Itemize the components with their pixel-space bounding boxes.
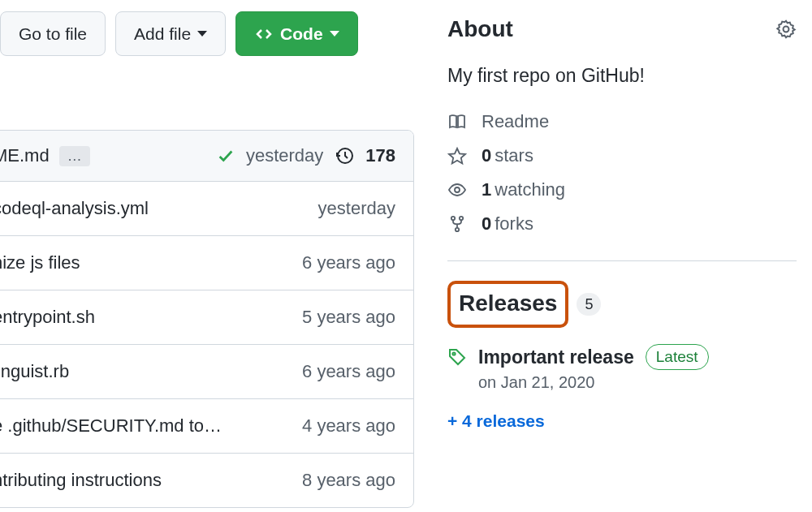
table-row[interactable]: nize js files 6 years ago [0,235,413,290]
file-time: 6 years ago [302,361,395,382]
files-header: ME.md … yesterday 178 [0,131,413,182]
repo-sidebar: About My first repo on GitHub! Readme 0s… [447,16,797,431]
release-main: Important release Latest on Jan 21, 2020 [478,344,797,392]
add-file-button[interactable]: Add file [115,11,226,56]
fork-icon [447,214,467,234]
file-name: e .github/SECURITY.md to… [0,415,222,437]
latest-commit-file[interactable]: ME.md [0,145,50,166]
code-label: Code [280,24,323,44]
file-time: 5 years ago [302,307,395,328]
commit-count[interactable]: 178 [365,145,395,166]
table-row[interactable]: e .github/SECURITY.md to… 4 years ago [0,398,413,453]
file-name: codeql-analysis.yml [0,198,149,219]
svg-point-7 [452,352,455,355]
go-to-file-button[interactable]: Go to file [0,11,106,56]
readme-label: Readme [482,111,549,132]
forks-link[interactable]: 0forks [447,213,797,234]
go-to-file-label: Go to file [19,24,87,44]
file-time: 4 years ago [302,415,395,437]
file-name: nize js files [0,252,80,273]
watching-text: 1watching [482,179,565,200]
about-heading: About [447,16,513,42]
gear-icon[interactable] [775,19,797,40]
table-row[interactable]: codeql-analysis.yml yesterday [0,182,413,235]
file-name: entrypoint.sh [0,307,95,328]
files-header-left: ME.md … [0,145,90,166]
svg-point-5 [460,217,463,220]
file-name: linguist.rb [0,361,69,382]
table-row[interactable]: linguist.rb 6 years ago [0,344,413,398]
file-time: 8 years ago [302,470,395,491]
svg-point-6 [456,228,459,231]
releases-heading[interactable]: Releases [459,290,557,316]
release-title-row: Important release Latest [478,344,797,370]
table-row[interactable]: ntributing instructions 8 years ago [0,453,413,507]
about-meta-list: Readme 0stars 1watching 0forks [447,111,797,234]
release-title: Important release [478,346,634,368]
chevron-down-icon [330,31,339,37]
repo-actions-toolbar: Go to file Add file Code [0,11,358,56]
file-name: ntributing instructions [0,470,162,491]
add-file-label: Add file [134,24,191,44]
stars-link[interactable]: 0stars [447,145,797,166]
latest-badge: Latest [646,344,709,370]
ellipsis-button[interactable]: … [59,146,90,166]
book-icon [447,112,467,131]
tag-icon [447,347,467,367]
latest-release[interactable]: Important release Latest on Jan 21, 2020 [447,344,797,392]
stars-text: 0stars [482,145,533,166]
history-icon[interactable] [335,146,354,166]
files-panel: ME.md … yesterday 178 codeql-analysis.ym… [0,130,414,508]
releases-header: Releases 5 [447,281,601,328]
repo-description: My first repo on GitHub! [447,65,797,87]
code-icon [254,24,274,44]
svg-marker-2 [449,148,465,164]
watching-link[interactable]: 1watching [447,179,797,200]
forks-text: 0forks [482,213,533,234]
releases-count-badge: 5 [577,293,601,316]
latest-commit-time[interactable]: yesterday [246,145,323,166]
more-releases-link[interactable]: + 4 releases [447,411,797,431]
readme-link[interactable]: Readme [447,111,797,132]
star-icon [447,146,467,166]
sidebar-divider [447,260,797,261]
eye-icon [447,180,467,200]
about-header: About [447,16,797,42]
svg-point-3 [455,187,460,192]
svg-point-1 [784,27,789,32]
table-row[interactable]: entrypoint.sh 5 years ago [0,290,413,344]
file-list: codeql-analysis.yml yesterday nize js fi… [0,182,413,507]
chevron-down-icon [197,31,207,37]
check-icon [217,147,235,165]
releases-heading-highlight: Releases [447,281,568,328]
file-time: yesterday [318,198,395,219]
release-date: on Jan 21, 2020 [478,373,797,392]
file-time: 6 years ago [302,252,395,273]
svg-point-4 [451,217,455,220]
files-header-right: yesterday 178 [217,145,395,166]
code-button[interactable]: Code [235,11,358,56]
